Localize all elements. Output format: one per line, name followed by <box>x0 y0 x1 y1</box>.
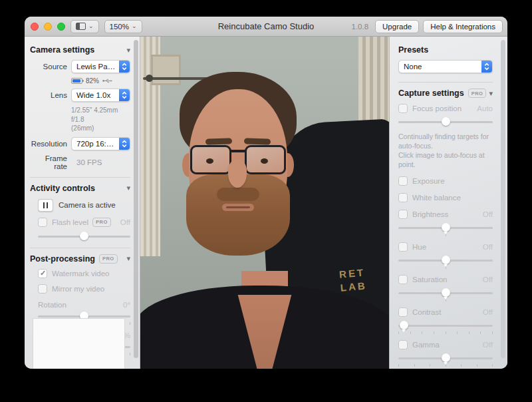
gamma-slider[interactable] <box>398 353 493 363</box>
version-label: 1.0.8 <box>351 23 368 31</box>
exposure-label: Exposure <box>412 177 445 185</box>
window-title: Reincubate Camo Studio <box>218 21 315 31</box>
post-processing-header: Post-processing <box>30 254 95 264</box>
stepper-icon <box>481 60 492 73</box>
rod-finial <box>146 75 153 82</box>
lens-label: Lens <box>30 91 67 99</box>
help-integrations-button[interactable]: Help & Integrations <box>423 20 503 33</box>
battery-percent: 82% <box>86 77 99 85</box>
sidebar-toggle-dropdown[interactable]: ⌄ <box>70 20 99 33</box>
resolution-value: 720p 16:9 (HD) <box>72 140 119 148</box>
flash-level-value: Off <box>120 218 130 226</box>
left-scrollbar[interactable] <box>134 40 138 358</box>
focus-position-label: Focus position <box>412 104 462 112</box>
brightness-value: Off <box>483 210 493 218</box>
hue-value: Off <box>483 243 493 251</box>
person-eye <box>261 158 268 164</box>
flash-level-slider[interactable] <box>38 232 130 241</box>
saturation-label: Saturation <box>412 276 447 284</box>
presets-dropdown[interactable]: None <box>398 60 493 73</box>
camera-settings-header: Camera settings <box>30 45 94 55</box>
traffic-lights <box>31 23 65 31</box>
framerate-label: Frame rate <box>30 154 67 170</box>
person-eye <box>206 158 213 164</box>
zoom-preview-box[interactable] <box>33 318 125 369</box>
mirror-label: Mirror my video <box>52 285 104 293</box>
rotation-label: Rotation <box>38 301 66 309</box>
contrast-label: Contrast <box>412 308 441 316</box>
source-dropdown[interactable]: Lewis Painter's i... <box>71 60 130 73</box>
camera-active-label: Camera is active <box>59 201 116 209</box>
gamma-label: Gamma <box>412 341 440 349</box>
hue-slider[interactable] <box>398 256 493 265</box>
lens-value: Wide 1.0x <box>72 91 119 99</box>
contrast-slider[interactable] <box>398 321 493 330</box>
resolution-dropdown[interactable]: 720p 16:9 (HD) <box>71 137 130 150</box>
contrast-checkbox[interactable] <box>398 307 408 317</box>
stepper-icon <box>119 137 130 150</box>
flash-level-checkbox[interactable] <box>38 218 47 227</box>
collapse-chevron-icon[interactable]: ▾ <box>126 46 130 55</box>
title-bar: ⌄ 150% ⌄ Reincubate Camo Studio 1.0.8 Up… <box>25 17 507 37</box>
framerate-value: 30 FPS <box>71 158 102 166</box>
zoom-level-dropdown[interactable]: 150% ⌄ <box>104 20 142 33</box>
collapse-chevron-icon[interactable]: ▾ <box>489 89 493 98</box>
white-balance-label: White balance <box>412 194 461 202</box>
hue-label: Hue <box>412 243 426 251</box>
brightness-slider[interactable] <box>398 223 493 232</box>
exposure-checkbox[interactable] <box>398 176 408 186</box>
gamma-ticks <box>398 364 493 367</box>
battery-status: 82% <box>71 77 130 85</box>
hue-checkbox[interactable] <box>398 242 408 252</box>
chevron-down-icon: ⌄ <box>132 23 137 29</box>
collapse-chevron-icon[interactable]: ▾ <box>126 184 130 192</box>
saturation-checkbox[interactable] <box>398 275 408 284</box>
contrast-value: Off <box>483 308 493 316</box>
saturation-tick <box>398 299 493 302</box>
mirror-checkbox[interactable] <box>38 284 47 294</box>
white-balance-checkbox[interactable] <box>398 193 408 202</box>
pro-badge: PRO <box>99 254 118 264</box>
stepper-icon <box>119 89 130 102</box>
chair-logo-text: RET LAB <box>338 266 367 295</box>
focus-position-slider[interactable] <box>398 117 493 126</box>
sidebar-icon <box>76 23 86 30</box>
pause-camera-button[interactable] <box>38 199 53 212</box>
focus-position-checkbox[interactable] <box>398 104 408 113</box>
saturation-value: Off <box>483 276 493 284</box>
watermark-checkbox[interactable]: ✓ <box>38 269 47 278</box>
collapse-chevron-icon[interactable]: ▾ <box>126 254 130 263</box>
gamma-value: Off <box>483 341 493 349</box>
activity-controls-header: Activity controls <box>30 184 95 193</box>
battery-icon <box>71 78 82 84</box>
person-eyebrow <box>244 138 271 144</box>
usb-icon <box>102 78 113 84</box>
saturation-slider[interactable] <box>398 288 493 298</box>
lens-info: 1/2.55" 4.25mm f/1.8 (26mm) <box>71 106 130 133</box>
chevron-down-icon: ⌄ <box>88 23 94 29</box>
presets-header: Presets <box>398 45 428 55</box>
minimize-button[interactable] <box>44 23 52 31</box>
gamma-checkbox[interactable] <box>398 340 408 349</box>
person-mustache <box>217 188 259 201</box>
rotation-value: 0° <box>123 301 130 309</box>
fullscreen-button[interactable] <box>57 23 65 31</box>
pro-badge: PRO <box>92 218 111 227</box>
right-sidebar: Presets None Capture settings PRO ▾ Focu… <box>389 37 507 369</box>
focus-position-value: Auto <box>477 104 493 112</box>
brightness-tick <box>398 234 493 236</box>
hue-tick <box>398 266 493 269</box>
pro-badge: PRO <box>468 89 487 98</box>
flash-level-label: Flash level <box>52 218 88 226</box>
camera-preview[interactable]: RET LAB <box>140 37 389 369</box>
brightness-checkbox[interactable] <box>398 210 408 219</box>
close-button[interactable] <box>31 23 39 31</box>
right-scrollbar[interactable] <box>501 40 505 358</box>
contrast-ticks <box>398 331 493 334</box>
divider <box>398 82 493 83</box>
autofocus-note: Continually finding targets for auto-foc… <box>398 132 493 169</box>
lens-dropdown[interactable]: Wide 1.0x <box>71 89 130 102</box>
upgrade-button[interactable]: Upgrade <box>375 20 419 33</box>
person-head <box>184 73 292 266</box>
source-label: Source <box>30 63 67 71</box>
